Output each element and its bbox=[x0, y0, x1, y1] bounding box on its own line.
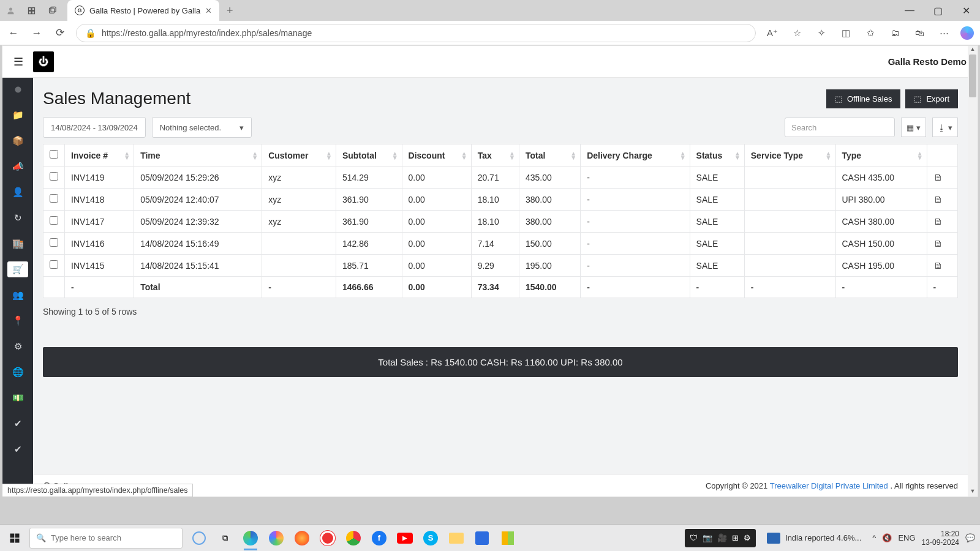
svg-rect-6 bbox=[10, 538, 15, 542]
sidebar-item-dashboard[interactable] bbox=[7, 81, 28, 97]
taskbar-skype-icon[interactable]: S bbox=[418, 525, 443, 552]
row-detail-icon[interactable]: 🗎 bbox=[933, 216, 943, 227]
tray-camera-cluster[interactable]: 🛡 📷 🎥 ⊞ ⚙ bbox=[685, 529, 756, 547]
cell-status: SALE bbox=[690, 211, 744, 233]
svg-rect-4 bbox=[10, 533, 15, 538]
tray-volume-icon[interactable]: 🔇 bbox=[882, 533, 892, 542]
task-view-icon[interactable]: ⧉ bbox=[212, 525, 238, 552]
col-status[interactable]: Status▲▼ bbox=[690, 144, 744, 167]
col-time[interactable]: Time▲▼ bbox=[134, 144, 262, 167]
taskbar-firefox-icon[interactable] bbox=[289, 525, 315, 552]
taskbar-search[interactable]: 🔍 Type here to search bbox=[29, 528, 183, 549]
taskbar-chrome-icon[interactable] bbox=[341, 525, 366, 552]
row-checkbox[interactable] bbox=[50, 194, 58, 203]
favorite-icon[interactable]: ☆ bbox=[789, 28, 805, 39]
col-invoice[interactable]: Invoice #▲▼ bbox=[65, 144, 134, 167]
col-customer[interactable]: Customer▲▼ bbox=[262, 144, 336, 167]
taskbar-copilot-icon[interactable] bbox=[263, 525, 289, 552]
sidebar-item-check1[interactable]: ✔ bbox=[7, 416, 28, 432]
scrollbar-thumb[interactable] bbox=[969, 54, 976, 97]
sidebar-item-store[interactable]: 🏬 bbox=[7, 236, 28, 252]
col-delivery[interactable]: Delivery Charge▲▼ bbox=[581, 144, 690, 167]
browser-tab[interactable]: G Galla Resto | Powered by Galla ✕ bbox=[67, 0, 219, 21]
columns-toggle-button[interactable]: ▦▾ bbox=[901, 118, 926, 137]
tab-title: Galla Resto | Powered by Galla bbox=[89, 6, 200, 15]
row-checkbox[interactable] bbox=[50, 172, 58, 181]
scroll-up-icon[interactable]: ▲ bbox=[968, 46, 978, 54]
tab-actions-icon[interactable] bbox=[42, 0, 62, 21]
tray-chevron-icon[interactable]: ^ bbox=[872, 533, 876, 542]
col-type[interactable]: Type▲▼ bbox=[835, 144, 927, 167]
export-button[interactable]: ⬚ Export bbox=[905, 89, 958, 108]
taskbar-youtube-icon[interactable]: ▶ bbox=[392, 525, 418, 552]
read-aloud-icon[interactable]: A⁺ bbox=[764, 28, 780, 39]
filter-select[interactable]: Nothing selected. ▾ bbox=[152, 117, 252, 138]
sidebar-item-check2[interactable]: ✔ bbox=[7, 441, 28, 457]
taskbar-record-icon[interactable] bbox=[315, 525, 341, 552]
hamburger-icon[interactable]: ☰ bbox=[13, 55, 23, 69]
window-maximize-button[interactable]: ▢ bbox=[924, 0, 952, 21]
tray-notifications-icon[interactable]: 💬 bbox=[965, 533, 975, 542]
window-close-button[interactable]: ✕ bbox=[952, 0, 980, 21]
collections-icon[interactable]: 🗂 bbox=[887, 28, 903, 38]
col-service[interactable]: Service Type▲▼ bbox=[744, 144, 835, 167]
offline-sales-button[interactable]: ⬚ Offline Sales bbox=[826, 89, 900, 108]
footer-company-link[interactable]: Treewalker Digital Private Limited bbox=[770, 481, 888, 490]
tray-news[interactable]: India reported 4.6%... bbox=[762, 533, 866, 544]
tray-clock[interactable]: 18:20 13-09-2024 bbox=[922, 530, 959, 547]
sidebar-item-globe[interactable]: 🌐 bbox=[7, 364, 28, 380]
row-checkbox[interactable] bbox=[50, 260, 58, 269]
row-detail-icon[interactable]: 🗎 bbox=[933, 238, 943, 249]
taskbar-edge-icon[interactable] bbox=[238, 525, 263, 552]
sidebar-item-settings[interactable]: ⚙ bbox=[7, 339, 28, 354]
date-range-input[interactable]: 14/08/2024 - 13/09/2024 bbox=[43, 117, 146, 138]
window-minimize-button[interactable]: ― bbox=[895, 0, 924, 21]
favorites-bar-icon[interactable]: ✩ bbox=[862, 28, 878, 39]
extensions-icon[interactable]: ✧ bbox=[813, 28, 829, 39]
more-icon[interactable]: ⋯ bbox=[936, 28, 952, 39]
cortana-icon[interactable] bbox=[186, 525, 212, 552]
workspaces-icon[interactable] bbox=[21, 0, 42, 21]
url-field[interactable]: 🔒 https://resto.galla.app/myresto/index.… bbox=[76, 24, 756, 42]
row-checkbox[interactable] bbox=[50, 216, 58, 225]
tab-close-icon[interactable]: ✕ bbox=[205, 6, 212, 15]
split-icon[interactable]: ◫ bbox=[838, 28, 854, 39]
taskbar-store-icon[interactable] bbox=[469, 525, 495, 552]
row-detail-icon[interactable]: 🗎 bbox=[933, 260, 943, 271]
app-logo-icon[interactable]: ⏻ bbox=[33, 51, 54, 72]
col-subtotal[interactable]: Subtotal▲▼ bbox=[336, 144, 402, 167]
table-search-input[interactable]: Search bbox=[785, 118, 895, 137]
row-detail-icon[interactable]: 🗎 bbox=[933, 194, 943, 204]
sidebar-item-refresh[interactable]: ↻ bbox=[7, 210, 28, 226]
row-detail-icon[interactable]: 🗎 bbox=[933, 172, 943, 182]
reload-button[interactable]: ⟳ bbox=[53, 26, 67, 39]
sidebar-item-box[interactable]: 📦 bbox=[7, 133, 28, 149]
sidebar-item-files[interactable]: 📁 bbox=[7, 107, 28, 123]
sidebar-item-location[interactable]: 📍 bbox=[7, 313, 28, 329]
scroll-down-icon[interactable]: ▼ bbox=[968, 488, 978, 497]
start-button[interactable] bbox=[0, 525, 29, 552]
copilot-icon[interactable] bbox=[960, 26, 974, 40]
col-discount[interactable]: Discount▲▼ bbox=[402, 144, 471, 167]
vertical-scrollbar[interactable]: ▲ ▼ bbox=[968, 46, 978, 497]
forward-button[interactable]: → bbox=[29, 27, 44, 39]
taskbar-facebook-icon[interactable]: f bbox=[366, 525, 392, 552]
sidebar-item-money[interactable]: 💵 bbox=[7, 390, 28, 406]
taskbar-explorer-icon[interactable] bbox=[443, 525, 469, 552]
sidebar-item-announce[interactable]: 📣 bbox=[7, 159, 28, 174]
tray-lang[interactable]: ENG bbox=[898, 533, 915, 542]
profile-icon[interactable] bbox=[0, 0, 21, 21]
col-tax[interactable]: Tax▲▼ bbox=[471, 144, 519, 167]
cell-time: 14/08/2024 15:16:49 bbox=[134, 233, 262, 255]
export-toggle-button[interactable]: ⭳▾ bbox=[932, 118, 958, 137]
row-checkbox[interactable] bbox=[50, 238, 58, 247]
select-all-checkbox[interactable] bbox=[50, 150, 58, 159]
sidebar-item-user[interactable]: 👤 bbox=[7, 184, 28, 200]
col-total[interactable]: Total▲▼ bbox=[519, 144, 581, 167]
shopping-icon[interactable]: 🛍 bbox=[911, 28, 927, 38]
taskbar-app-icon[interactable] bbox=[495, 525, 521, 552]
back-button[interactable]: ← bbox=[6, 27, 21, 39]
new-tab-button[interactable]: + bbox=[219, 0, 240, 21]
sidebar-item-sales[interactable]: 🛒 bbox=[7, 261, 28, 277]
sidebar-item-people[interactable]: 👥 bbox=[7, 287, 28, 303]
